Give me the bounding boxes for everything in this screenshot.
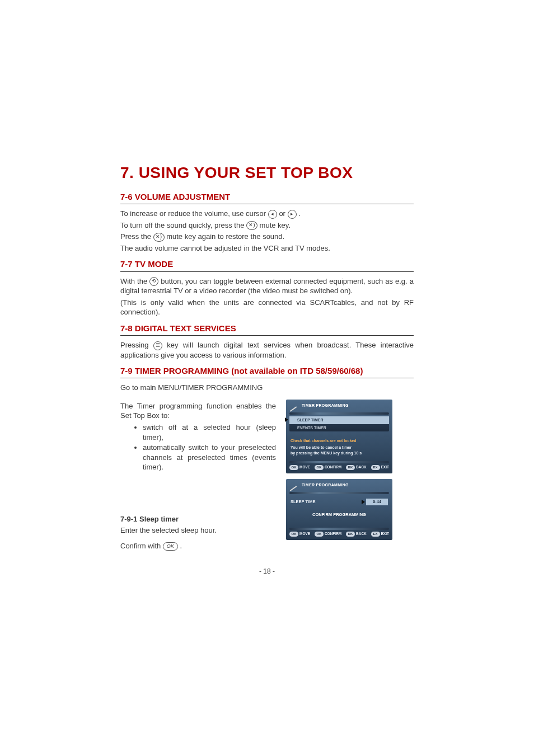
back-badge-icon: BK [346, 532, 355, 537]
section-rule [120, 335, 414, 336]
footer-move: OKMOVE [289, 465, 310, 470]
ok-badge-icon: OK [289, 532, 298, 537]
subsection-7-9-1-heading: 7-9-1 Sleep timer [120, 514, 276, 524]
s79-intro: The Timer programming function enables t… [120, 401, 276, 421]
label: MOVE [299, 532, 310, 537]
text: With the [120, 277, 149, 285]
s76-p3: Press the ✕) mute key again to restore t… [120, 232, 414, 242]
s79-1-p1: Enter the selected sleep hour. [120, 525, 276, 536]
wand-icon [289, 482, 297, 490]
text: Press the [120, 232, 153, 241]
label: BACK [356, 465, 367, 470]
text: To turn off the sound quickly, press the [120, 221, 246, 229]
two-column-block: The Timer programming function enables t… [120, 400, 414, 552]
text: mute key. [260, 221, 291, 229]
page: 7. USING YOUR SET TOP BOX 7-6 VOLUME ADJ… [0, 0, 534, 756]
screenshot-timer-menu: TIMER PROGRAMMING SLEEP TIMER EVENTS TIM… [286, 400, 392, 473]
footer-exit: EXEXIT [371, 465, 389, 470]
text: Pressing [120, 341, 153, 349]
exit-badge-icon: EX [371, 465, 380, 470]
panel-footer: OKMOVE OKCONFIRM BKBACK EXEXIT [289, 465, 389, 470]
label: EXIT [381, 465, 389, 470]
text: mute key again to restore the sound. [166, 232, 284, 241]
right-column-screenshots: TIMER PROGRAMMING SLEEP TIMER EVENTS TIM… [286, 400, 392, 552]
sleep-time-value-wrap: 0:44 [362, 499, 388, 505]
footer-confirm: OKCONFIRM [315, 465, 341, 470]
left-column: The Timer programming function enables t… [120, 400, 276, 552]
decorative-bar [289, 461, 389, 463]
section-7-6-heading: 7-6 VOLUME ADJUSTMENT [120, 191, 414, 203]
info-block: Check that channels are not locked You w… [289, 436, 389, 458]
panel-title: TIMER PROGRAMMING [302, 482, 389, 487]
s76-p2: To turn off the sound quickly, press the… [120, 220, 414, 231]
cursor-left-icon: ◂ [268, 210, 277, 219]
sleep-time-label: SLEEP TIME [291, 499, 315, 505]
label: MOVE [299, 465, 310, 470]
decorative-bar [289, 412, 389, 415]
footer-confirm: OKCONFIRM [315, 532, 341, 537]
footer-move: OKMOVE [289, 532, 310, 537]
s79-bullet-list: switch off at a selected hour (sleep tim… [143, 422, 276, 472]
label: CONFIRM [325, 532, 341, 537]
screenshot-sleep-time: TIMER PROGRAMMING SLEEP TIME 0:44 CONFIR… [286, 479, 392, 541]
menu-row-events-timer: EVENTS TIMER [289, 424, 389, 431]
wand-icon [289, 403, 297, 411]
text: To increase or reduce the volume, use cu… [120, 209, 268, 218]
section-7-7-heading: 7-7 TV MODE [120, 259, 414, 270]
text: key will launch digital text services wh… [120, 341, 414, 359]
list-item: switch off at a selected hour (sleep tim… [143, 422, 276, 442]
s79-goto: Go to main MENU/TIMER PROGRAMMING [120, 383, 414, 393]
menu-area: SLEEP TIMER EVENTS TIMER [289, 416, 389, 431]
section-7-9-heading: 7-9 TIMER PROGRAMMING (not available on … [120, 365, 414, 377]
section-rule [120, 378, 414, 378]
s79-1-p2: Confirm with OK . [120, 541, 276, 551]
selection-arrow-icon [362, 500, 365, 504]
confirm-programming-label: CONFIRM PROGRAMMING [289, 512, 389, 518]
ok-key-icon: OK [163, 542, 178, 551]
tv-toggle-icon: ⟲ [149, 277, 158, 286]
info-line: Check that channels are not locked [291, 438, 388, 443]
text: button, you can toggle between external … [120, 277, 414, 295]
footer-exit: EXEXIT [371, 532, 389, 537]
info-line: by pressing the MENU key during 10 s [291, 450, 388, 456]
section-7-8-heading: 7-8 DIGITAL TEXT SERVICES [120, 323, 414, 334]
s77-p2: (This is only valid when the units are c… [120, 298, 414, 317]
list-item: automatically switch to your preselected… [143, 443, 276, 472]
s76-p4: The audio volume cannot be adjusted in t… [120, 243, 414, 253]
text-key-icon: ☰ [153, 341, 162, 350]
s78-p1: Pressing ☰ key will launch digital text … [120, 340, 414, 360]
sleep-time-row: SLEEP TIME 0:44 [289, 497, 389, 506]
decorative-bar [289, 528, 389, 530]
s77-p1: With the ⟲ button, you can toggle betwee… [120, 276, 414, 296]
ok-badge-icon: OK [289, 465, 298, 470]
panel-footer: OKMOVE OKCONFIRM BKBACK EXEXIT [289, 532, 389, 537]
footer-back: BKBACK [346, 532, 367, 537]
info-line: You will be able to cancel a timer [291, 445, 388, 450]
label: BACK [356, 532, 367, 537]
text: or [279, 209, 287, 218]
section-rule [120, 271, 414, 272]
mute-key-icon: ✕) [246, 221, 257, 230]
ok-badge-icon: OK [315, 532, 324, 537]
label: CONFIRM [325, 465, 341, 470]
chapter-title: 7. USING YOUR SET TOP BOX [120, 162, 414, 184]
text: Confirm with [120, 542, 163, 550]
s76-p1: To increase or reduce the volume, use cu… [120, 209, 414, 219]
section-rule [120, 204, 414, 204]
menu-row-sleep-timer: SLEEP TIMER [289, 416, 389, 424]
decorative-bar [289, 492, 389, 494]
footer-back: BKBACK [346, 465, 367, 470]
text: . [298, 209, 301, 218]
cursor-right-icon: ▸ [288, 210, 297, 219]
exit-badge-icon: EX [371, 532, 380, 537]
back-badge-icon: BK [346, 465, 355, 470]
page-number: - 18 - [120, 567, 414, 576]
ok-badge-icon: OK [315, 465, 324, 470]
mute-key-icon: ✕) [153, 233, 165, 242]
text: . [180, 542, 182, 550]
sleep-time-value: 0:44 [366, 499, 388, 505]
panel-title: TIMER PROGRAMMING [302, 403, 389, 408]
label: EXIT [381, 532, 389, 537]
